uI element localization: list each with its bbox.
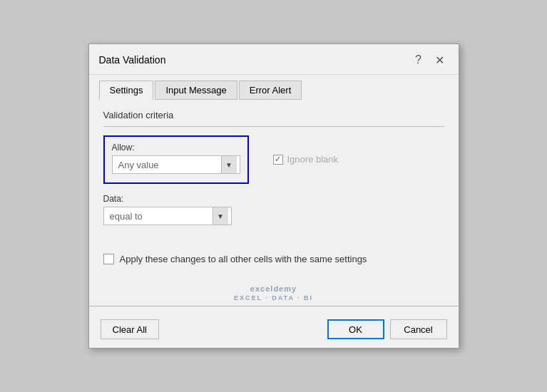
ignore-blank-checkbox[interactable]: ✓: [273, 155, 283, 165]
validation-criteria-label: Validation criteria: [103, 110, 444, 120]
ignore-blank-label: Ignore blank: [287, 154, 339, 165]
allow-dropdown-arrow: ▼: [221, 156, 237, 173]
tab-error-alert[interactable]: Error Alert: [239, 81, 302, 100]
allow-dropdown-value: Any value: [118, 160, 221, 170]
dialog-body: Validation criteria Allow: Any value ▼ ✓…: [89, 100, 459, 284]
divider: [103, 126, 444, 127]
title-bar: Data Validation ? ✕: [89, 44, 459, 75]
footer-left: Clear All: [101, 319, 322, 339]
data-dropdown[interactable]: equal to ▼: [103, 207, 232, 225]
data-label: Data:: [103, 194, 444, 204]
clear-all-button[interactable]: Clear All: [101, 319, 159, 339]
data-dropdown-value: equal to: [110, 211, 213, 222]
ok-button[interactable]: OK: [327, 319, 384, 339]
cancel-button[interactable]: Cancel: [390, 319, 447, 339]
tab-settings[interactable]: Settings: [99, 81, 154, 100]
help-button[interactable]: ?: [410, 51, 427, 68]
dialog-title: Data Validation: [99, 54, 166, 66]
watermark: exceldemy EXCEL · DATA · BI: [89, 284, 459, 306]
close-button[interactable]: ✕: [431, 51, 449, 68]
footer-divider: [89, 306, 459, 306]
footer-right: OK Cancel: [327, 319, 447, 339]
apply-row: Apply these changes to all other cells w…: [103, 254, 444, 264]
title-bar-left: Data Validation: [99, 54, 166, 66]
title-actions: ? ✕: [410, 51, 449, 68]
allow-row: Any value ▼: [112, 155, 240, 174]
allow-group: Allow: Any value ▼: [103, 135, 249, 184]
apply-label: Apply these changes to all other cells w…: [120, 254, 367, 264]
tab-bar: Settings Input Message Error Alert: [89, 75, 459, 100]
footer: Clear All OK Cancel: [89, 314, 459, 348]
allow-dropdown[interactable]: Any value ▼: [112, 155, 240, 174]
tab-input-message[interactable]: Input Message: [155, 81, 237, 100]
allow-label: Allow:: [112, 143, 240, 153]
apply-checkbox[interactable]: [103, 254, 114, 264]
data-dropdown-arrow: ▼: [213, 207, 228, 225]
data-group: Data: equal to ▼: [103, 194, 444, 225]
ignore-blank-group: ✓ Ignore blank: [273, 154, 339, 165]
data-validation-dialog: Data Validation ? ✕ Settings Input Messa…: [88, 43, 459, 349]
